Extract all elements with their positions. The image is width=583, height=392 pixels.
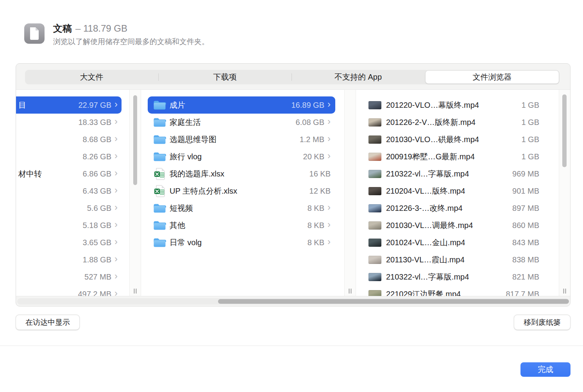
item-name: 201226-3-…改终.mp4 xyxy=(386,203,463,214)
column-divider-2 xyxy=(344,90,356,296)
file-row[interactable]: 210322-vl…字幕版.mp4 969 MB xyxy=(356,165,559,182)
item-size: 1 GB xyxy=(521,135,539,144)
folder-row[interactable]: 成片 16.89 GB xyxy=(148,96,335,114)
footer-divider xyxy=(0,346,583,346)
video-thumbnail xyxy=(368,118,381,127)
folder-row[interactable]: 1.88 GB xyxy=(16,251,122,268)
chevron-right-icon xyxy=(327,237,331,246)
horizontal-scrollbar-thumb[interactable] xyxy=(218,299,569,304)
folder-row[interactable]: 8.26 GB xyxy=(16,148,122,165)
file-row[interactable]: 201024-VL…金山.mp4 843 MB xyxy=(356,234,559,251)
column-resize-handle-1[interactable] xyxy=(134,289,137,294)
folder-row[interactable]: 3.65 GB xyxy=(16,234,122,251)
tab-downloads[interactable]: 下载项 xyxy=(158,70,292,84)
chevron-right-icon xyxy=(327,203,331,212)
item-size: 860 MB xyxy=(512,221,539,230)
folder-icon xyxy=(153,100,166,110)
folder-row[interactable]: 材中转 6.86 GB xyxy=(16,165,122,182)
item-size: 497.2 MB xyxy=(78,290,111,296)
item-size: 20 KB xyxy=(303,152,324,161)
item-size: 821 MB xyxy=(512,273,539,282)
browser-column-3: 201220-VLO…幕版终.mp4 1 GB 201226-2-V…版终新.m… xyxy=(356,90,559,296)
header: 文稿– 118.79 GB 浏览以了解使用储存空间最多的文稿和文件夹。 xyxy=(53,22,209,47)
folder-row[interactable]: 家庭生活 6.08 GB xyxy=(148,114,335,131)
file-row[interactable]: 201220-VLO…幕版终.mp4 1 GB xyxy=(356,96,559,114)
file-row[interactable]: 201226-3-…改终.mp4 897 MB xyxy=(356,200,559,217)
folder-row[interactable]: 5.18 GB xyxy=(16,217,122,234)
tab-large-files[interactable]: 大文件 xyxy=(25,70,158,84)
item-size: 897 MB xyxy=(512,204,539,213)
folder-row[interactable]: 5.6 GB xyxy=(16,200,122,217)
folder-icon xyxy=(153,134,166,145)
chevron-right-icon xyxy=(114,237,118,246)
video-thumbnail xyxy=(368,256,381,264)
show-in-finder-button[interactable]: 在访达中显示 xyxy=(16,315,80,330)
chevron-right-icon xyxy=(114,168,118,178)
file-row[interactable]: 221029江边野餐.mp4 817.7 MB xyxy=(356,285,559,296)
item-size: 1.88 GB xyxy=(83,255,111,264)
item-name: 日常 volg xyxy=(170,237,308,248)
item-size: 843 MB xyxy=(512,238,539,247)
item-name: 201220-VLO…幕版终.mp4 xyxy=(386,100,479,110)
item-name: 210204-VL…版终.mp4 xyxy=(386,186,465,196)
tab-unsupported-apps[interactable]: 不支持的 App xyxy=(292,70,425,84)
item-size: 1 GB xyxy=(521,118,539,127)
tab-label: 下载项 xyxy=(213,72,237,82)
video-thumbnail xyxy=(368,153,381,161)
folder-row[interactable]: 日常 volg 8 KB xyxy=(148,234,335,251)
file-row[interactable]: 210204-VL…版终.mp4 901 MB xyxy=(356,182,559,200)
item-size: 527 MB xyxy=(84,273,111,282)
item-size: 16 KB xyxy=(309,169,331,178)
vertical-scrollbar-column-1[interactable] xyxy=(133,95,137,185)
folder-row[interactable]: 其他 8 KB xyxy=(148,217,335,234)
item-size: 8 KB xyxy=(308,204,324,213)
folder-row[interactable]: 6.43 GB xyxy=(16,182,122,200)
file-row[interactable]: 201226-2-V…版终新.mp4 1 GB xyxy=(356,114,559,131)
item-size: 6.86 GB xyxy=(83,169,111,178)
done-button[interactable]: 完成 xyxy=(520,362,570,377)
folder-row[interactable]: 我的选题库.xlsx 16 KB xyxy=(148,165,335,182)
item-size: 838 MB xyxy=(512,255,539,264)
tab-bar: 大文件 下载项 不支持的 App 文件浏览器 xyxy=(25,70,560,84)
folder-row[interactable]: 旅行 vlog 20 KB xyxy=(148,148,335,165)
folder-row[interactable]: 497.2 MB xyxy=(16,285,122,296)
folder-row[interactable]: UP 主特点分析.xlsx 12 KB xyxy=(148,182,335,200)
folder-row[interactable]: 选题思维导图 1.2 MB xyxy=(148,131,335,148)
video-thumbnail xyxy=(368,135,381,144)
move-to-trash-button[interactable]: 移到废纸篓 xyxy=(514,315,570,330)
folder-row[interactable]: 527 MB xyxy=(16,268,122,285)
folder-row[interactable]: 18.33 GB xyxy=(16,114,122,131)
chevron-right-icon xyxy=(327,117,331,126)
chevron-right-icon xyxy=(114,117,118,126)
video-thumbnail xyxy=(368,273,381,281)
folder-row[interactable]: 目 22.97 GB xyxy=(16,96,122,114)
file-row[interactable]: 201030-VL…调最终.mp4 860 MB xyxy=(356,217,559,234)
item-name: 短视频 xyxy=(170,203,308,214)
chevron-right-icon xyxy=(114,271,118,281)
tab-file-browser[interactable]: 文件浏览器 xyxy=(426,71,559,84)
chevron-right-icon xyxy=(114,134,118,143)
column-resize-handle-2[interactable] xyxy=(349,289,352,294)
item-size: 12 KB xyxy=(309,187,331,196)
item-name: 201226-2-V…版终新.mp4 xyxy=(386,117,476,128)
column-divider-3 xyxy=(559,90,570,296)
chevron-right-icon xyxy=(114,151,118,160)
item-name: 旅行 vlog xyxy=(170,151,303,162)
browser-column-1: 目 22.97 GB 18.33 GB 8.68 GB xyxy=(16,90,129,296)
file-browser: 目 22.97 GB 18.33 GB 8.68 GB xyxy=(16,89,570,296)
item-size: 1.2 MB xyxy=(300,135,324,144)
folder-icon xyxy=(153,237,166,248)
file-row[interactable]: 200919桦墅…G最新.mp4 1 GB xyxy=(356,148,559,165)
item-name: 201130-VL…霞山.mp4 xyxy=(386,255,465,265)
folder-row[interactable]: 8.68 GB xyxy=(16,131,122,148)
file-row[interactable]: 201130-VL…霞山.mp4 838 MB xyxy=(356,251,559,268)
vertical-scrollbar-column-3[interactable] xyxy=(562,94,567,167)
folder-row[interactable]: 短视频 8 KB xyxy=(148,200,335,217)
file-row[interactable]: 210322-vl…字幕版.mp4 821 MB xyxy=(356,268,559,285)
page-subtitle: 浏览以了解使用储存空间最多的文稿和文件夹。 xyxy=(53,37,209,47)
video-thumbnail xyxy=(368,221,381,230)
document-page-icon xyxy=(29,27,40,40)
column-resize-handle-3[interactable] xyxy=(563,289,566,294)
storage-panel: 大文件 下载项 不支持的 App 文件浏览器 xyxy=(16,63,570,306)
file-row[interactable]: 201030-VLO…硔最终.mp4 1 GB xyxy=(356,131,559,148)
